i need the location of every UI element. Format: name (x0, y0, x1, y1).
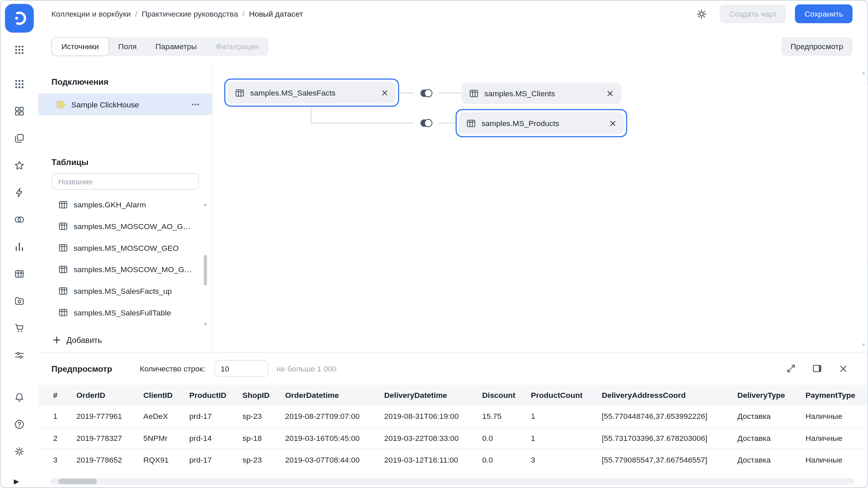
column-header: OrderID (76, 385, 143, 406)
table-name: samples.MS_SalesFacts_up (74, 286, 172, 295)
column-header: ProductID (189, 385, 242, 406)
create-chart-button[interactable]: Создать чарт (720, 4, 786, 23)
table-cell: prd-17 (189, 406, 242, 427)
datalens-logo[interactable] (5, 4, 34, 33)
tables-icon[interactable] (10, 264, 29, 283)
settings-icon[interactable] (10, 442, 29, 461)
apps-grid-icon[interactable] (10, 75, 29, 94)
table-cell: 1 (531, 406, 602, 427)
table-name: samples.MS_SalesFullTable (74, 308, 171, 317)
table-grid-icon (466, 118, 476, 128)
favorites-icon[interactable] (10, 156, 29, 175)
plus-icon (52, 335, 61, 345)
collapse-panel-icon[interactable]: ▶ (14, 477, 19, 485)
node-label: samples.MS_Clients (485, 89, 555, 98)
marketplace-icon[interactable] (10, 319, 29, 338)
canvas-scroll-up-icon[interactable] (862, 72, 865, 74)
save-button[interactable]: Сохранить (795, 4, 852, 23)
add-table-button[interactable]: Добавить (52, 335, 212, 345)
scroll-down-arrow-icon[interactable] (204, 323, 207, 326)
table-row: 22019-7783275NPMrprd-14sp-182019-03-16T0… (38, 427, 868, 449)
scroll-up-arrow-icon[interactable] (204, 203, 207, 206)
breadcrumb-separator: / (242, 9, 244, 18)
column-header: ClientID (143, 385, 190, 406)
table-search-input[interactable] (52, 173, 199, 190)
table-grid-icon (469, 88, 479, 98)
close-preview-icon[interactable] (834, 359, 853, 378)
table-name: samples.MS_MOSCOW_MO_G… (74, 265, 192, 273)
table-cell: 0.0 (482, 427, 531, 449)
preview-title: Предпросмотр (52, 364, 112, 373)
table-list-item[interactable]: samples.MS_MOSCOW_MO_G… (38, 258, 212, 280)
table-row: 32019-778652RQX91prd-17sp-232019-03-07T0… (38, 449, 868, 470)
charts-icon[interactable] (10, 237, 29, 256)
inner-join-icon[interactable] (414, 85, 438, 101)
preview-toggle-button[interactable]: Предпросмотр (781, 37, 853, 56)
table-node-salesfacts[interactable]: samples.MS_SalesFacts (228, 82, 396, 104)
tables-scrollbar[interactable] (203, 203, 208, 326)
connection-menu-icon[interactable] (189, 98, 202, 111)
table-cell: [55.770448746,37.653992226] (602, 406, 737, 427)
table-row: 12019-777961AeDeXprd-17sp-232019-08-27T0… (38, 406, 868, 427)
table-cell: [55.779085547,37.667546557] (602, 449, 737, 470)
table-list-item[interactable]: samples.MS_MOSCOW_AO_G… (38, 215, 212, 237)
breadcrumb-separator: / (135, 9, 137, 18)
table-grid-icon (58, 243, 68, 252)
table-cell: 2 (38, 427, 77, 449)
table-grid-icon (58, 200, 68, 209)
inner-join-icon[interactable] (414, 115, 438, 131)
breadcrumb-guides[interactable]: Практические руководства (142, 9, 238, 18)
split-view-icon[interactable] (808, 359, 827, 378)
help-icon[interactable] (10, 415, 29, 434)
table-list-item[interactable]: samples.MS_SalesFacts_up (38, 280, 212, 302)
notifications-icon[interactable] (10, 388, 29, 407)
collections-icon[interactable] (10, 129, 29, 148)
table-cell: Наличные (806, 449, 868, 470)
connections-title: Подключения (52, 77, 199, 86)
join-edge (311, 108, 312, 123)
canvas-scroll-down-icon[interactable] (862, 344, 865, 346)
remove-table-icon[interactable] (599, 89, 614, 97)
tab-sources[interactable]: Источники (52, 37, 109, 56)
preview-controls (782, 359, 852, 378)
tab-fields[interactable]: Поля (109, 37, 146, 56)
scrollbar-thumb[interactable] (204, 255, 207, 286)
table-list-item[interactable]: samples.MS_SalesFullTable (38, 302, 212, 323)
services-icon[interactable] (10, 346, 29, 365)
tab-filtering[interactable]: Фильтрация (206, 37, 268, 56)
settings-icon[interactable] (692, 4, 711, 23)
table-list-item[interactable]: samples.GKH_Alarm (38, 194, 212, 215)
table-grid-icon (58, 307, 68, 317)
horizontal-scrollbar[interactable] (51, 478, 855, 485)
files-icon[interactable] (10, 291, 29, 310)
table-cell: [55.731703396,37.678203006] (602, 427, 737, 449)
scrollbar-thumb[interactable] (58, 479, 97, 484)
breadcrumb-collections[interactable]: Коллекции и воркбуки (52, 9, 131, 18)
dashboards-icon[interactable] (10, 102, 29, 121)
table-cell: 2019-08-27T09:07:00 (285, 406, 384, 427)
connection-item[interactable]: Sample ClickHouse (38, 94, 212, 115)
node-label: samples.MS_SalesFacts (250, 88, 336, 97)
connections-icon[interactable] (10, 183, 29, 202)
tables-list: samples.GKH_Alarmsamples.MS_MOSCOW_AO_G…… (38, 194, 212, 323)
expand-preview-icon[interactable] (782, 359, 801, 378)
datasets-icon[interactable] (10, 210, 29, 229)
table-cell: 2019-03-22T08:33:00 (384, 427, 482, 449)
table-list-item[interactable]: samples.MS_MOSCOW_GEO (38, 237, 212, 259)
column-header: ProductCount (531, 385, 602, 406)
table-cell: AeDeX (143, 406, 190, 427)
table-cell: 2019-777961 (76, 406, 143, 427)
table-grid-icon (58, 286, 68, 296)
remove-table-icon[interactable] (374, 89, 389, 97)
table-node-clients[interactable]: samples.MS_Clients (462, 82, 621, 104)
preview-header: Предпросмотр Количество строк: не больше… (38, 352, 868, 385)
table-node-products[interactable]: samples.MS_Products (459, 112, 624, 134)
rows-limit-hint: не больше 1 000 (277, 364, 337, 373)
remove-table-icon[interactable] (602, 119, 616, 127)
datalens-logo-icon (11, 10, 28, 26)
table-cell: prd-17 (189, 449, 242, 470)
rows-count-input[interactable] (214, 360, 268, 377)
tab-parameters[interactable]: Параметры (146, 37, 206, 56)
column-header: DeliveryType (737, 385, 806, 406)
apps-grid-icon[interactable] (10, 40, 29, 59)
